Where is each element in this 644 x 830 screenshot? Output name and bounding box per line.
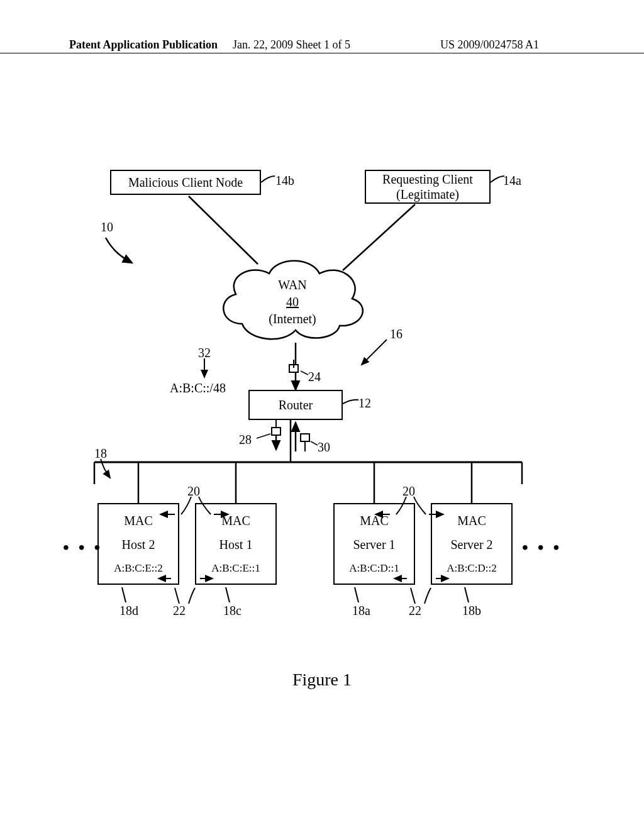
prefix-text: A:B:C::/48 [170,381,226,396]
host-2-box: MAC Host 2 A:B:C:E::2 [97,503,179,585]
ref-12: 12 [358,396,371,411]
wan-line1: WAN [214,277,371,294]
server-2-box: MAC Server 2 A:B:C:D::2 [431,503,513,585]
svg-line-13 [311,441,318,445]
host-1-box: MAC Host 1 A:B:C:E::1 [195,503,277,585]
ref-32: 32 [198,346,211,360]
host-1-mac: MAC [221,513,250,528]
ref-18d: 18d [119,604,138,618]
ref-20-right: 20 [402,484,415,499]
ref-16: 16 [390,327,402,341]
router-box: Router [248,390,343,420]
server-2-addr: A:B:C:D::2 [447,562,496,575]
host-1-addr: A:B:C:E::1 [211,562,260,575]
ref-22-right: 22 [409,604,421,618]
page-header: Patent Application Publication Jan. 22, … [0,53,644,55]
svg-line-9 [257,434,270,438]
ref-18: 18 [94,446,107,461]
host-2-name: Host 2 [122,537,155,552]
malicious-client-text: Malicious Client Node [128,175,243,190]
server-2-name: Server 2 [450,537,492,552]
ref-30: 30 [318,440,330,455]
header-left: Patent Application Publication [69,38,218,52]
header-mid: Jan. 22, 2009 Sheet 1 of 5 [233,38,350,52]
wan-cloud: WAN 40 (Internet) [214,252,371,346]
ellipsis-left: • • • [63,538,103,558]
ellipsis-right: • • • [522,538,562,558]
ref-18b: 18b [462,604,481,618]
requesting-client-line1: Requesting Client [382,172,473,187]
host-1-name: Host 1 [219,537,253,552]
figure-caption: Figure 1 [0,670,644,690]
svg-rect-3 [289,365,298,372]
wan-line2: 40 [214,294,371,311]
requesting-client-line2: (Legitimate) [396,187,459,202]
ref-14a: 14a [503,174,521,188]
malicious-client-box: Malicious Client Node [110,170,261,195]
ref-28: 28 [239,433,252,447]
svg-rect-10 [301,434,309,441]
ref-22-left: 22 [173,604,186,618]
requesting-client-box: Requesting Client (Legitimate) [365,170,491,204]
ref-18a: 18a [352,604,370,618]
ref-20-left: 20 [187,484,200,499]
server-1-box: MAC Server 1 A:B:C:D::1 [333,503,415,585]
server-1-name: Server 1 [353,537,395,552]
ref-14b: 14b [275,174,294,188]
server-1-addr: A:B:C:D::1 [349,562,399,575]
ref-24: 24 [308,370,321,384]
server-2-mac: MAC [457,513,486,528]
server-1-mac: MAC [360,513,389,528]
host-2-mac: MAC [124,513,153,528]
wan-line3: (Internet) [214,311,371,328]
svg-rect-6 [272,428,280,435]
diagram-figure-1: Malicious Client Node 14b Requesting Cli… [0,170,644,648]
host-2-addr: A:B:C:E::2 [114,562,162,575]
svg-line-5 [301,371,308,375]
ref-18c: 18c [223,604,242,618]
ref-10: 10 [101,220,113,235]
header-right: US 2009/0024758 A1 [440,38,539,52]
router-text: Router [279,397,313,412]
